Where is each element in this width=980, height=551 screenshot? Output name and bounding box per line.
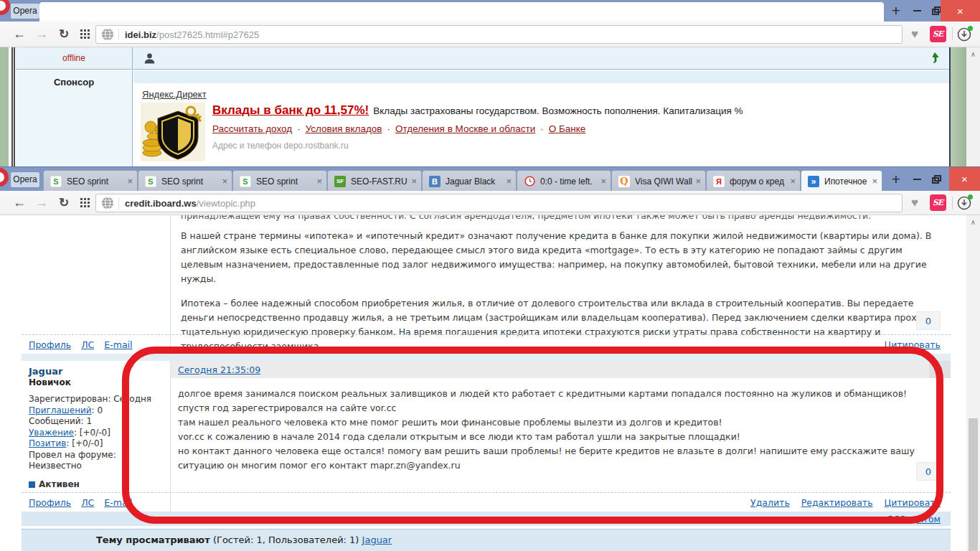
tab-seo-sprint-3[interactable]: S SEO sprint × bbox=[232, 170, 327, 192]
atom-link[interactable]: Атом bbox=[917, 514, 941, 524]
tab-close-icon[interactable]: × bbox=[600, 176, 606, 187]
speed-dial-button[interactable] bbox=[75, 191, 94, 215]
pm-link[interactable]: ЛС bbox=[81, 339, 94, 350]
post1-score[interactable]: 0 bbox=[916, 311, 941, 330]
tab-close-icon[interactable]: × bbox=[222, 176, 227, 187]
author-name[interactable]: Jaguar bbox=[29, 366, 170, 377]
url-separator bbox=[118, 197, 119, 209]
tab-close-icon[interactable]: × bbox=[127, 176, 133, 187]
scroll-up-icon[interactable]: ∧ bbox=[966, 47, 980, 58]
rss-link[interactable]: RSS bbox=[888, 514, 906, 524]
scrollbar-thumb[interactable] bbox=[969, 418, 978, 551]
tab-seo-sprint-1[interactable]: S SEO sprint × bbox=[43, 170, 138, 192]
ad-link-calc[interactable]: Рассчитать доход bbox=[212, 123, 292, 134]
forward-icon: → bbox=[35, 195, 48, 210]
tab-qiwi[interactable]: Q Visa QIWI Wall × bbox=[611, 170, 706, 192]
w1-blank-tab[interactable] bbox=[39, 2, 884, 22]
yandex-direct-link[interactable]: Яндекс.Директ bbox=[142, 89, 207, 100]
url-path[interactable]: /viewtopic.php bbox=[197, 198, 255, 209]
scroll-up-icon[interactable]: ∧ bbox=[966, 215, 980, 226]
w1-new-tab-button[interactable]: + bbox=[887, 0, 905, 22]
w1-opera-menu-button[interactable]: Opera bbox=[10, 3, 40, 19]
yandex-icon: Я bbox=[713, 176, 725, 187]
tab-close-icon[interactable]: × bbox=[872, 176, 877, 187]
respect-link[interactable]: Уважение bbox=[29, 428, 74, 438]
ad-headline-link[interactable]: Вклады в банк до 11,57%! bbox=[212, 103, 369, 117]
w2-downloads-button[interactable] bbox=[954, 191, 974, 215]
grid-icon bbox=[80, 198, 90, 207]
decor-line bbox=[14, 47, 15, 166]
tab-yandex-forum[interactable]: Я форум о кред × bbox=[706, 170, 801, 192]
w2-new-tab-button[interactable]: + bbox=[887, 167, 905, 191]
w2-scrollbar[interactable]: ∧ bbox=[966, 215, 980, 551]
tab-timer[interactable]: 0:0 - time left. × bbox=[517, 170, 611, 192]
tab-label: SEO sprint bbox=[67, 176, 124, 187]
ad-link-terms[interactable]: Условия вкладов bbox=[306, 123, 382, 134]
tab-jaguar-black[interactable]: B Jaguar Black × bbox=[422, 170, 517, 192]
url-domain[interactable]: credit.iboard.ws bbox=[125, 198, 197, 209]
w1-downloads-button[interactable] bbox=[954, 22, 974, 47]
w2-minimize-button[interactable] bbox=[908, 167, 925, 191]
ad-link-about[interactable]: О Банке bbox=[549, 123, 586, 134]
forward-button[interactable]: → bbox=[32, 191, 51, 215]
back-button[interactable]: ← bbox=[10, 22, 29, 47]
opera-logo-icon[interactable] bbox=[0, 168, 9, 187]
w2-address-bar[interactable]: credit.iboard.ws/viewtopic.php bbox=[95, 194, 903, 212]
delete-link[interactable]: Удалить bbox=[750, 497, 790, 508]
email-link[interactable]: E-mail bbox=[104, 497, 132, 508]
post1-clipped-line: принадлежащей ему на правах собственност… bbox=[181, 215, 941, 222]
forward-button[interactable]: → bbox=[32, 22, 51, 47]
post2-score[interactable]: 0 bbox=[916, 462, 941, 481]
profile-link[interactable]: Профиль bbox=[29, 497, 71, 508]
author-rank: Новичок bbox=[29, 377, 170, 389]
w2-restore-button[interactable] bbox=[928, 167, 945, 191]
url-domain[interactable]: idei.biz bbox=[125, 29, 156, 40]
quote-link[interactable]: Цитировать bbox=[885, 497, 941, 508]
w1-bookmark-button[interactable]: ♥ bbox=[905, 22, 924, 47]
invited-link[interactable]: Приглашений bbox=[29, 405, 92, 415]
ad-link-offices[interactable]: Отделения в Москве и области bbox=[395, 123, 535, 134]
w1-close-button[interactable]: × bbox=[941, 0, 980, 22]
w2-opera-menu-button[interactable]: Opera bbox=[10, 171, 40, 188]
pm-link[interactable]: ЛС bbox=[81, 497, 94, 508]
viewer-user-link[interactable]: Jaguar bbox=[362, 534, 392, 545]
profile-link[interactable]: Профиль bbox=[29, 339, 71, 350]
speed-dial-button[interactable] bbox=[75, 22, 94, 47]
quote-link[interactable]: Цитировать bbox=[885, 339, 941, 350]
tab-mortgage-active[interactable]: » Ипотечное кр × bbox=[801, 170, 882, 192]
post-number: 2 bbox=[929, 361, 951, 378]
back-button[interactable]: ← bbox=[10, 191, 29, 215]
tab-close-icon[interactable]: × bbox=[695, 176, 701, 187]
tab-close-icon[interactable]: × bbox=[316, 176, 322, 187]
edit-link[interactable]: Редактировать bbox=[801, 497, 873, 508]
tab-label: Ипотечное кр bbox=[824, 176, 869, 187]
reload-button[interactable]: ↻ bbox=[55, 191, 73, 215]
email-link[interactable]: E-mail bbox=[104, 339, 132, 350]
tab-seo-sprint-2[interactable]: S SEO sprint × bbox=[138, 170, 232, 192]
w1-minimize-button[interactable] bbox=[908, 0, 925, 22]
w2-extension-button[interactable]: SE bbox=[928, 191, 947, 215]
seo-sprint-icon: S bbox=[50, 176, 62, 187]
url-path[interactable]: /post27625.html#p27625 bbox=[156, 29, 259, 40]
ad-image[interactable] bbox=[141, 103, 205, 161]
scroll-top-icon[interactable] bbox=[929, 52, 941, 64]
globe-icon bbox=[102, 197, 113, 209]
dot-separator: · bbox=[387, 123, 391, 134]
author-messages: Сообщений: 1 bbox=[29, 416, 170, 428]
tab-close-icon[interactable]: × bbox=[790, 176, 796, 187]
reload-button[interactable]: ↻ bbox=[55, 22, 73, 47]
forum-post-2: Jaguar Новичок Зарегистрирован: Сегодня … bbox=[22, 361, 951, 512]
w1-address-bar[interactable]: idei.biz/post27625.html#p27625 bbox=[95, 25, 903, 44]
opera-logo-icon[interactable] bbox=[0, 0, 10, 15]
w2-close-button[interactable]: × bbox=[949, 167, 980, 191]
w2-bookmark-button[interactable]: ♥ bbox=[905, 191, 924, 215]
w1-page-content: offline Спонсор Яндекс.Директ bbox=[0, 47, 980, 166]
w1-extension-button[interactable]: SE bbox=[928, 22, 947, 47]
post-time-link[interactable]: Сегодня 21:35:09 bbox=[178, 364, 260, 375]
w1-scrollbar[interactable]: ∧ bbox=[966, 47, 980, 166]
tab-seo-fast[interactable]: SF SEO-FAST.RU × bbox=[327, 170, 422, 192]
tab-close-icon[interactable]: × bbox=[506, 176, 512, 187]
post2-action-links: Удалить Редактировать Цитировать bbox=[171, 497, 951, 508]
positive-link[interactable]: Позитив bbox=[29, 438, 66, 448]
tab-close-icon[interactable]: × bbox=[411, 176, 417, 187]
